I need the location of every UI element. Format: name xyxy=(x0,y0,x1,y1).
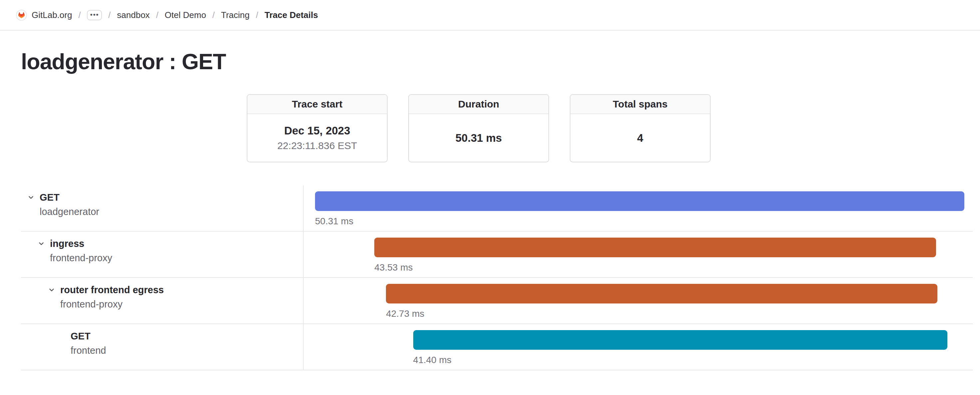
span-service-label: frontend-proxy xyxy=(50,252,112,264)
span-timeline-cell: 50.31 ms xyxy=(303,186,973,231)
chevron-down-icon[interactable] xyxy=(48,284,56,296)
page-title: loadgenerator : GET xyxy=(21,49,980,73)
chevron-down-icon[interactable] xyxy=(37,238,45,249)
gitlab-tanuki-icon xyxy=(18,12,25,19)
top-navbar: GitLab.org / ••• / sandbox / Otel Demo /… xyxy=(0,0,980,31)
span-duration-bar[interactable] xyxy=(315,191,964,211)
span-row[interactable]: GETfrontend41.40 ms xyxy=(21,324,973,370)
span-labels: ingressfrontend-proxy xyxy=(50,238,112,264)
breadcrumb-item-trace-details: Trace Details xyxy=(264,10,318,20)
duration-card: Duration 50.31 ms xyxy=(408,94,549,162)
span-meta-cell: router frontend egressfrontend-proxy xyxy=(21,278,303,324)
breadcrumb-item-gitlab-org[interactable]: GitLab.org xyxy=(32,10,72,20)
duration-card-body: 50.31 ms xyxy=(409,114,549,162)
total-spans-card: Total spans 4 xyxy=(570,94,711,162)
span-service-label: loadgenerator xyxy=(40,206,99,217)
total-spans-card-body: 4 xyxy=(570,114,710,162)
breadcrumb-separator: / xyxy=(156,10,159,20)
total-spans-value: 4 xyxy=(637,132,643,144)
span-row[interactable]: ingressfrontend-proxy43.53 ms xyxy=(21,232,973,278)
chevron-spacer xyxy=(58,330,66,342)
breadcrumb-item-sandbox[interactable]: sandbox xyxy=(117,10,150,20)
gitlab-logo-avatar xyxy=(16,10,27,21)
span-operation-label: GET xyxy=(40,191,99,203)
breadcrumb-item-otel-demo[interactable]: Otel Demo xyxy=(165,10,206,20)
span-duration-label: 42.73 ms xyxy=(386,308,424,319)
trace-start-card-title: Trace start xyxy=(247,95,387,114)
breadcrumb-item-tracing[interactable]: Tracing xyxy=(221,10,250,20)
span-duration-bar[interactable] xyxy=(413,330,948,350)
trace-start-card-body: Dec 15, 2023 22:23:11.836 EST xyxy=(247,114,387,162)
span-service-label: frontend xyxy=(71,344,106,356)
span-timeline-cell: 43.53 ms xyxy=(303,232,973,277)
breadcrumb-separator: / xyxy=(256,10,258,20)
duration-value: 50.31 ms xyxy=(455,132,502,144)
span-duration-label: 41.40 ms xyxy=(413,355,452,365)
breadcrumb-separator: / xyxy=(108,10,111,20)
trace-summary-cards: Trace start Dec 15, 2023 22:23:11.836 ES… xyxy=(247,94,980,162)
span-operation-label: router frontend egress xyxy=(60,284,164,296)
span-operation-label: ingress xyxy=(50,238,112,249)
trace-start-time: 22:23:11.836 EST xyxy=(277,140,357,151)
span-service-label: frontend-proxy xyxy=(60,298,164,310)
span-labels: router frontend egressfrontend-proxy xyxy=(60,284,164,310)
span-timeline-cell: 41.40 ms xyxy=(303,324,973,370)
span-row[interactable]: GETloadgenerator50.31 ms xyxy=(21,186,973,232)
span-duration-label: 43.53 ms xyxy=(374,262,412,273)
span-labels: GETfrontend xyxy=(71,330,106,356)
breadcrumb: GitLab.org / ••• / sandbox / Otel Demo /… xyxy=(16,10,318,21)
span-meta-cell: GETfrontend xyxy=(21,324,303,370)
chevron-down-icon[interactable] xyxy=(27,191,35,203)
span-row[interactable]: router frontend egressfrontend-proxy42.7… xyxy=(21,278,973,324)
span-duration-label: 50.31 ms xyxy=(315,216,353,227)
duration-card-title: Duration xyxy=(409,95,549,114)
breadcrumb-separator: / xyxy=(212,10,215,20)
span-duration-bar[interactable] xyxy=(374,238,936,257)
total-spans-card-title: Total spans xyxy=(570,95,710,114)
breadcrumb-separator: / xyxy=(78,10,81,20)
span-labels: GETloadgenerator xyxy=(40,191,99,217)
span-operation-label: GET xyxy=(71,330,106,342)
span-meta-cell: ingressfrontend-proxy xyxy=(21,232,303,277)
span-duration-bar[interactable] xyxy=(386,284,937,303)
trace-start-card: Trace start Dec 15, 2023 22:23:11.836 ES… xyxy=(247,94,388,162)
span-meta-cell: GETloadgenerator xyxy=(21,186,303,231)
span-timeline-cell: 42.73 ms xyxy=(303,278,973,324)
breadcrumb-ellipsis-button[interactable]: ••• xyxy=(87,10,102,20)
breadcrumb-link-gitlab-org[interactable]: GitLab.org xyxy=(16,10,72,21)
span-waterfall: GETloadgenerator50.31 msingressfrontend-… xyxy=(21,186,973,370)
trace-start-date: Dec 15, 2023 xyxy=(284,124,350,137)
